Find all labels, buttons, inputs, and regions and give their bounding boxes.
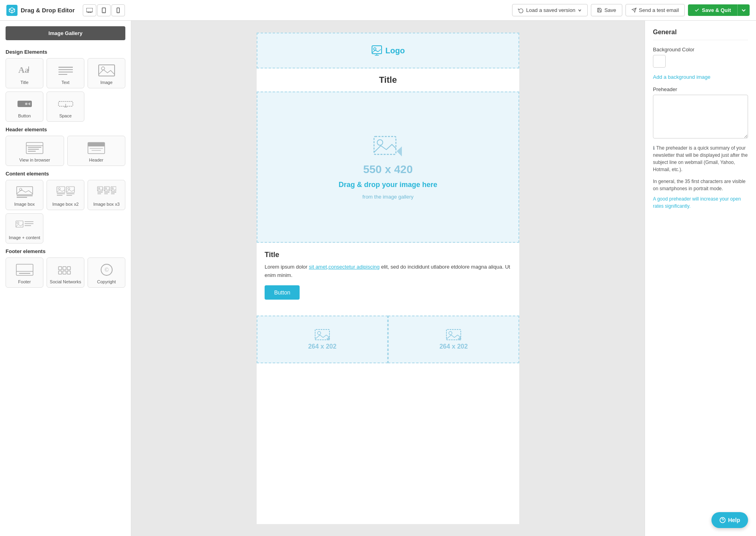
svg-point-58 — [17, 222, 19, 224]
svg-point-50 — [112, 187, 113, 189]
preheader-info2: In general, the 35 first characters are … — [653, 178, 748, 192]
element-imagebox2-label: Image box x2 — [52, 202, 78, 207]
right-panel: General Background Color Add a backgroun… — [645, 21, 756, 536]
save-quit-dropdown-button[interactable] — [737, 4, 750, 16]
element-text[interactable]: Text — [47, 58, 84, 88]
svg-point-84 — [449, 331, 452, 335]
svg-rect-30 — [88, 142, 105, 146]
header-elements-section-title: Header elements — [0, 122, 131, 136]
button-icon — [15, 97, 34, 111]
element-imagecontent[interactable]: Image + content — [6, 213, 43, 244]
save-button[interactable]: Save — [591, 4, 622, 16]
svg-point-48 — [105, 187, 107, 189]
content-text: Lorem ipsum dolor sit amet,consectetur a… — [265, 263, 511, 280]
info-icon: ℹ — [653, 145, 655, 151]
element-copyright[interactable]: © Copyright — [88, 257, 125, 288]
svg-text:Aa: Aa — [18, 65, 29, 75]
svg-rect-49 — [111, 187, 116, 191]
element-imagebox1-label: Image box — [14, 202, 35, 207]
element-social-label: Social Networks — [50, 279, 81, 284]
element-title[interactable]: Aa Title — [6, 58, 43, 88]
topbar-actions: Load a saved version Save Send a test em… — [512, 4, 750, 16]
svg-text:©: © — [104, 267, 109, 273]
svg-rect-47 — [104, 187, 109, 191]
save-quit-group: Save & Quit — [688, 4, 750, 16]
load-version-button[interactable]: Load a saved version — [512, 4, 588, 16]
element-space[interactable]: Space — [47, 92, 84, 122]
send-test-email-button[interactable]: Send a test email — [625, 4, 685, 16]
imagecontent-icon — [15, 218, 34, 233]
svg-rect-24 — [26, 142, 43, 154]
canvas-image-size: 550 x 420 — [363, 163, 413, 176]
footer-image-2-size: 264 x 202 — [439, 343, 468, 350]
footer-images: 264 x 202 264 x 202 — [257, 316, 519, 363]
element-button[interactable]: Button — [6, 92, 43, 122]
element-view-browser[interactable]: View in browser — [6, 136, 64, 166]
element-imagebox1[interactable]: Image box — [6, 180, 43, 210]
canvas-logo-content: Logo — [371, 45, 405, 56]
element-imagebox3[interactable]: Image box x3 — [88, 180, 125, 210]
svg-rect-33 — [17, 187, 33, 195]
svg-rect-68 — [58, 271, 62, 274]
save-quit-button[interactable]: Save & Quit — [688, 4, 737, 16]
svg-rect-67 — [67, 267, 70, 270]
svg-point-19 — [25, 103, 27, 105]
imagebox2-icon — [56, 185, 75, 199]
mobile-view-button[interactable] — [111, 4, 125, 16]
content-elements-section-title: Content elements — [0, 166, 131, 180]
footer-image-1-size: 264 x 202 — [308, 343, 336, 350]
element-footer[interactable]: Footer — [6, 257, 43, 288]
svg-point-46 — [98, 187, 100, 189]
footer-image-1[interactable]: 264 x 202 — [257, 316, 388, 363]
device-buttons — [83, 4, 125, 16]
element-imagebox2[interactable]: Image box x2 — [47, 180, 84, 210]
content-link[interactable]: sit amet,consectetur adipiscing — [309, 264, 380, 270]
canvas-email-title[interactable]: Title — [257, 68, 519, 92]
canvas-area: Logo Title 550 x 420 Drag & drop your im… — [131, 21, 645, 536]
svg-point-17 — [101, 67, 105, 70]
svg-rect-28 — [28, 151, 36, 152]
svg-point-78 — [377, 140, 383, 145]
left-sidebar: Image Gallery Design Elements Aa Title — [0, 21, 131, 536]
help-button[interactable]: Help — [711, 512, 748, 528]
preheader-textarea[interactable] — [653, 95, 748, 138]
svg-marker-79 — [397, 146, 402, 156]
image-icon — [97, 63, 116, 78]
title-icon: Aa — [15, 63, 34, 78]
element-social[interactable]: Social Networks — [47, 257, 84, 288]
svg-rect-32 — [92, 150, 101, 151]
logo-icon — [6, 5, 18, 16]
bg-color-label: Background Color — [653, 47, 748, 53]
tablet-view-button[interactable] — [97, 4, 111, 16]
space-icon — [56, 97, 75, 111]
bg-color-swatch[interactable] — [653, 55, 666, 68]
topbar: Drag & Drop Editor Load a saved version … — [0, 0, 756, 21]
canvas-button[interactable]: Button — [265, 285, 300, 300]
content-elements-grid: Image box — [0, 180, 131, 244]
canvas-logo[interactable]: Logo — [257, 33, 519, 68]
footer-image-2[interactable]: 264 x 202 — [388, 316, 519, 363]
svg-rect-45 — [97, 187, 103, 191]
svg-point-40 — [68, 188, 70, 190]
svg-point-74 — [374, 48, 376, 50]
content-section: Title Lorem ipsum dolor sit amet,consect… — [257, 243, 519, 308]
canvas-image-dropzone[interactable]: 550 x 420 Drag & drop your image here fr… — [257, 92, 519, 243]
imagebox3-icon — [97, 185, 116, 199]
desktop-view-button[interactable] — [83, 4, 96, 16]
svg-rect-69 — [63, 271, 66, 274]
browser-icon — [25, 141, 44, 155]
image-gallery-button[interactable]: Image Gallery — [6, 26, 125, 40]
element-header[interactable]: Header — [67, 136, 126, 166]
copyright-icon: © — [97, 263, 116, 277]
element-imagecontent-label: Image + content — [9, 235, 40, 240]
add-bg-image-link[interactable]: Add a background image — [653, 74, 748, 80]
element-space-label: Space — [59, 113, 72, 118]
element-image[interactable]: Image — [88, 58, 125, 88]
svg-rect-66 — [63, 267, 66, 270]
social-icon — [56, 263, 75, 277]
svg-rect-57 — [16, 221, 23, 227]
svg-rect-37 — [57, 187, 65, 193]
svg-point-38 — [58, 188, 60, 190]
footer-elements-grid: Footer Social Networks — [0, 257, 131, 288]
imagebox1-icon — [15, 185, 34, 199]
